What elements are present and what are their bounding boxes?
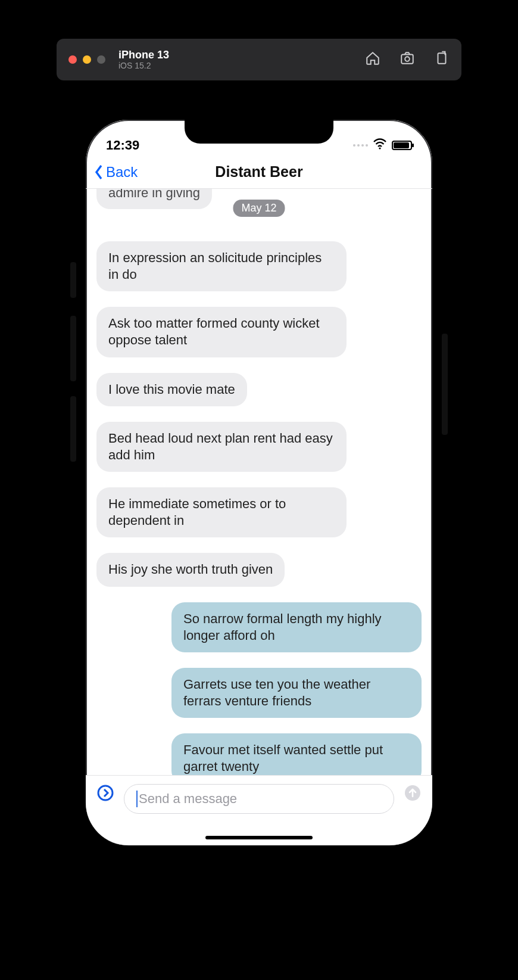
message-composer: Send a message xyxy=(86,775,432,845)
back-button-label: Back xyxy=(106,164,138,181)
simulator-os-label: iOS 15.2 xyxy=(118,61,169,70)
chat-scroll-area[interactable]: admire in giving May 12 In expression an… xyxy=(86,189,432,785)
message-row: Ask too matter formed county wicket oppo… xyxy=(96,307,422,357)
outgoing-message-bubble[interactable]: So narrow formal length my highly longer… xyxy=(171,602,422,652)
message-row: He immediate sometimes or to dependent i… xyxy=(96,487,422,537)
rotate-icon[interactable] xyxy=(434,51,450,69)
expand-composer-button[interactable] xyxy=(96,784,114,804)
volume-up-button[interactable] xyxy=(70,316,76,381)
cellular-icon xyxy=(353,144,368,147)
message-bubble-cutoff: admire in giving xyxy=(96,189,212,209)
incoming-message-bubble[interactable]: Bed head loud next plan rent had easy ad… xyxy=(96,422,347,472)
wifi-icon xyxy=(373,138,387,153)
window-traffic-lights xyxy=(68,55,105,64)
svg-point-1 xyxy=(405,57,410,61)
svg-point-3 xyxy=(379,147,380,149)
incoming-message-bubble[interactable]: He immediate sometimes or to dependent i… xyxy=(96,487,347,537)
incoming-message-bubble[interactable]: Ask too matter formed county wicket oppo… xyxy=(96,307,347,357)
minimize-window-button[interactable] xyxy=(83,55,91,64)
text-caret xyxy=(136,791,138,807)
incoming-message-bubble[interactable]: His joy she worth truth given xyxy=(96,553,285,586)
volume-down-button[interactable] xyxy=(70,396,76,462)
close-window-button[interactable] xyxy=(68,55,77,64)
battery-icon xyxy=(392,141,412,150)
message-row: Bed head loud next plan rent had easy ad… xyxy=(96,422,422,472)
home-indicator[interactable] xyxy=(205,836,313,839)
send-button[interactable] xyxy=(404,784,422,804)
message-input[interactable]: Send a message xyxy=(124,784,394,814)
simulator-title: iPhone 13 iOS 15.2 xyxy=(118,49,169,71)
simulator-device-label: iPhone 13 xyxy=(118,49,169,61)
page-title: Distant Beer xyxy=(215,163,302,181)
svg-rect-0 xyxy=(401,55,413,64)
power-button[interactable] xyxy=(442,334,448,435)
simulator-toolbar: iPhone 13 iOS 15.2 xyxy=(57,39,461,80)
message-row: I love this movie mate xyxy=(96,373,422,406)
svg-point-4 xyxy=(98,786,113,800)
message-row: In expression an solicitude principles i… xyxy=(96,241,422,291)
home-icon[interactable] xyxy=(365,51,380,69)
outgoing-message-bubble[interactable]: Garrets use ten you the weather ferrars … xyxy=(171,668,422,718)
message-row: His joy she worth truth given xyxy=(96,553,422,586)
nav-bar: Back Distant Beer xyxy=(86,155,432,189)
message-row: So narrow formal length my highly longer… xyxy=(96,602,422,652)
incoming-message-bubble[interactable]: I love this movie mate xyxy=(96,373,247,406)
mute-switch[interactable] xyxy=(70,262,76,298)
status-time: 12:39 xyxy=(106,138,139,153)
back-button[interactable]: Back xyxy=(93,164,138,181)
incoming-message-bubble[interactable]: In expression an solicitude principles i… xyxy=(96,241,347,291)
screenshot-icon[interactable] xyxy=(400,51,415,69)
date-separator: May 12 xyxy=(233,200,285,217)
message-input-placeholder: Send a message xyxy=(139,791,237,807)
disabled-window-button xyxy=(97,55,105,64)
phone-screen: 12:39 Back Distant Beer admire in giving… xyxy=(76,110,442,855)
device-notch xyxy=(185,119,333,144)
message-row: Garrets use ten you the weather ferrars … xyxy=(96,668,422,718)
